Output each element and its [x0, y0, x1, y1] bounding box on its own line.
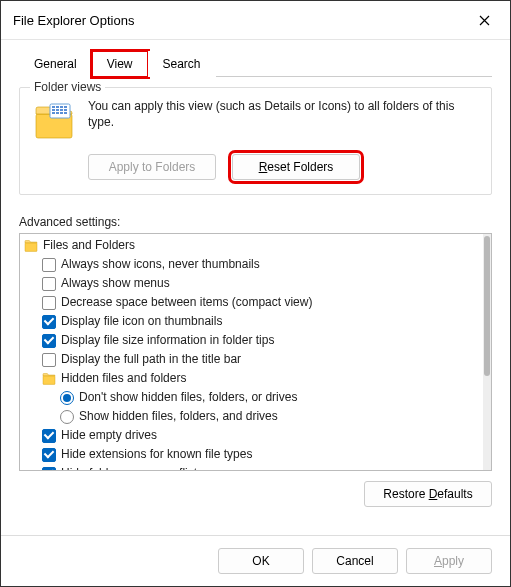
folder-views-label: Folder views: [30, 80, 105, 94]
tree-item[interactable]: Display file size information in folder …: [24, 331, 479, 350]
checkbox-icon[interactable]: [42, 315, 56, 329]
tree-item[interactable]: Don't show hidden files, folders, or dri…: [24, 388, 479, 407]
tree-item[interactable]: Hidden files and folders: [24, 369, 479, 388]
tree-item-label: Don't show hidden files, folders, or dri…: [79, 389, 297, 406]
titlebar: File Explorer Options: [1, 1, 510, 40]
tree-item-label: Always show icons, never thumbnails: [61, 256, 260, 273]
radio-icon[interactable]: [60, 410, 74, 424]
svg-rect-12: [60, 112, 63, 114]
advanced-settings-tree: Files and FoldersAlways show icons, neve…: [19, 233, 492, 471]
tab-view[interactable]: View: [92, 51, 148, 77]
tree-item[interactable]: Hide empty drives: [24, 426, 479, 445]
tree-item-label: Display file size information in folder …: [61, 332, 274, 349]
svg-rect-11: [56, 112, 59, 114]
svg-rect-8: [60, 109, 63, 111]
svg-rect-2: [52, 106, 55, 108]
tree-root-files-and-folders[interactable]: Files and Folders: [24, 236, 479, 255]
checkbox-icon[interactable]: [42, 277, 56, 291]
tree-root-label: Files and Folders: [43, 237, 135, 254]
folder-views-group: Folder views You can apply this view (su…: [19, 87, 492, 195]
close-button[interactable]: [470, 9, 498, 31]
svg-rect-9: [64, 109, 67, 111]
restore-defaults-button[interactable]: Restore Defaults: [364, 481, 492, 507]
radio-icon[interactable]: [60, 391, 74, 405]
svg-rect-13: [64, 112, 67, 114]
tree-item[interactable]: Show hidden files, folders, and drives: [24, 407, 479, 426]
tree-item[interactable]: Display file icon on thumbnails: [24, 312, 479, 331]
checkbox-icon[interactable]: [42, 334, 56, 348]
advanced-settings-label: Advanced settings:: [19, 215, 492, 229]
checkbox-icon[interactable]: [42, 429, 56, 443]
tree-item-label: Hidden files and folders: [61, 370, 186, 387]
apply-to-folders-button: Apply to Folders: [88, 154, 216, 180]
tree-item[interactable]: Hide folder merge conflicts: [24, 464, 479, 470]
window-title: File Explorer Options: [13, 13, 134, 28]
ok-button[interactable]: OK: [218, 548, 304, 574]
svg-rect-4: [60, 106, 63, 108]
tree-item-label: Show hidden files, folders, and drives: [79, 408, 278, 425]
svg-rect-14: [25, 243, 37, 251]
checkbox-icon[interactable]: [42, 353, 56, 367]
tree-item-label: Hide empty drives: [61, 427, 157, 444]
checkbox-icon[interactable]: [42, 258, 56, 272]
tree-item[interactable]: Always show icons, never thumbnails: [24, 255, 479, 274]
tree-item[interactable]: Decrease space between items (compact vi…: [24, 293, 479, 312]
folder-views-icon: [32, 102, 76, 142]
tree-item-label: Hide extensions for known file types: [61, 446, 252, 463]
tree-item[interactable]: Hide extensions for known file types: [24, 445, 479, 464]
svg-rect-3: [56, 106, 59, 108]
restore-row: Restore Defaults: [19, 481, 492, 507]
tab-strip: General View Search: [19, 50, 492, 77]
svg-rect-5: [64, 106, 67, 108]
close-icon: [479, 15, 490, 26]
tree-item-label: Hide folder merge conflicts: [61, 465, 203, 470]
apply-button: Apply: [406, 548, 492, 574]
content-area: General View Search Folder views You c: [1, 40, 510, 535]
svg-rect-10: [52, 112, 55, 114]
checkbox-icon[interactable]: [42, 448, 56, 462]
dialog-window: File Explorer Options General View Searc…: [0, 0, 511, 587]
tab-search[interactable]: Search: [148, 51, 216, 77]
scrollbar-thumb[interactable]: [484, 236, 490, 376]
tree-body[interactable]: Files and FoldersAlways show icons, neve…: [20, 234, 483, 470]
folder-views-row: You can apply this view (such as Details…: [32, 98, 479, 142]
svg-rect-7: [56, 109, 59, 111]
tree-item-label: Display the full path in the title bar: [61, 351, 241, 368]
tree-item-label: Decrease space between items (compact vi…: [61, 294, 312, 311]
svg-rect-15: [43, 376, 55, 384]
dialog-footer: OK Cancel Apply: [1, 535, 510, 586]
folder-views-description: You can apply this view (such as Details…: [88, 98, 479, 130]
svg-rect-6: [52, 109, 55, 111]
tree-item-label: Always show menus: [61, 275, 170, 292]
checkbox-icon[interactable]: [42, 467, 56, 471]
folder-views-buttons: Apply to Folders Reset Folders: [88, 154, 479, 180]
scrollbar[interactable]: [483, 234, 491, 470]
tab-general[interactable]: General: [19, 51, 92, 77]
reset-folders-button[interactable]: Reset Folders: [232, 154, 360, 180]
checkbox-icon[interactable]: [42, 296, 56, 310]
cancel-button[interactable]: Cancel: [312, 548, 398, 574]
tree-item-label: Display file icon on thumbnails: [61, 313, 222, 330]
tree-item[interactable]: Display the full path in the title bar: [24, 350, 479, 369]
tree-item[interactable]: Always show menus: [24, 274, 479, 293]
